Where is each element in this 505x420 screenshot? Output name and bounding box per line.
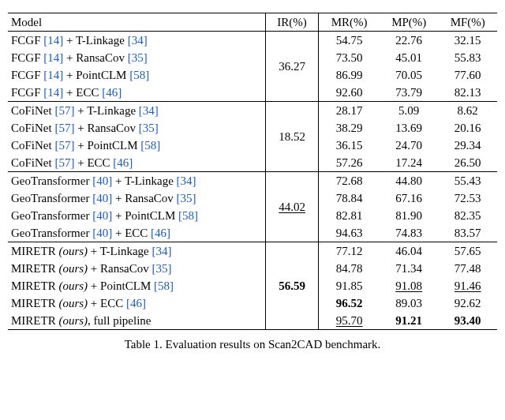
col-mp: MP(%)	[380, 13, 438, 32]
mr-cell: 36.15	[319, 137, 380, 154]
citation: [35]	[128, 51, 148, 64]
mf-cell: 77.48	[438, 260, 497, 277]
mp-cell: 91.08	[380, 277, 438, 294]
mr-cell: 96.52	[319, 294, 380, 312]
citation: [40]	[92, 209, 112, 222]
method-note: (ours)	[58, 245, 88, 257]
citation: [34]	[177, 174, 196, 187]
citation: [35]	[177, 192, 196, 204]
mr-cell: 78.84	[319, 189, 380, 207]
mf-cell: 92.62	[438, 294, 497, 312]
table-row: MIRETR (ours), full pipeline95.7091.2193…	[8, 312, 497, 330]
citation: [57]	[54, 104, 74, 117]
col-ir: IR(%)	[265, 13, 318, 32]
table-row: FCGF [14] + PointCLM [58]86.9970.0577.60	[8, 66, 497, 84]
citation: [46]	[126, 297, 146, 309]
model-cell: MIRETR (ours) + ECC [46]	[8, 294, 265, 312]
citation: [58]	[178, 209, 198, 222]
col-mr: MR(%)	[319, 13, 380, 32]
mr-cell: 77.12	[319, 242, 380, 261]
table-caption: Table 1. Evaluation results on Scan2CAD …	[8, 330, 497, 351]
ir-cell: 44.02	[265, 172, 318, 242]
ir-cell: 18.52	[265, 102, 318, 172]
mp-cell: 46.04	[380, 242, 438, 261]
model-cell: MIRETR (ours) + PointCLM [58]	[8, 277, 265, 294]
mf-cell: 77.60	[438, 66, 497, 84]
model-cell: GeoTransformer [40] + PointCLM [58]	[8, 207, 265, 224]
model-cell: GeoTransformer [40] + ECC [46]	[8, 224, 265, 242]
ir-cell: 36.27	[265, 32, 318, 102]
mp-cell: 67.16	[380, 189, 438, 207]
table-row: CoFiNet [57] + T-Linkage [34]18.5228.175…	[8, 102, 497, 120]
mf-cell: 20.16	[438, 119, 497, 137]
citation: [34]	[152, 245, 171, 257]
mf-cell: 82.13	[438, 84, 497, 102]
citation: [58]	[129, 69, 149, 81]
citation: [35]	[152, 262, 171, 275]
table-row: MIRETR (ours) + ECC [46]96.5289.0392.62	[8, 294, 497, 312]
mr-cell: 92.60	[319, 84, 380, 102]
col-mf: MF(%)	[438, 13, 497, 32]
mf-cell: 55.43	[438, 172, 497, 190]
model-cell: MIRETR (ours), full pipeline	[8, 312, 265, 330]
mf-cell: 8.62	[438, 102, 497, 120]
model-cell: CoFiNet [57] + RansaCov [35]	[8, 119, 265, 137]
table-row: GeoTransformer [40] + T-Linkage [34]44.0…	[8, 172, 497, 190]
table-row: CoFiNet [57] + PointCLM [58]36.1524.7029…	[8, 137, 497, 154]
mp-cell: 5.09	[380, 102, 438, 120]
mr-cell: 73.50	[319, 49, 380, 66]
citation: [14]	[43, 51, 63, 64]
model-cell: CoFiNet [57] + PointCLM [58]	[8, 137, 265, 154]
citation: [14]	[43, 86, 63, 99]
mr-cell: 84.78	[319, 260, 380, 277]
table-row: FCGF [14] + T-Linkage [34]36.2754.7522.7…	[8, 32, 497, 50]
citation: [58]	[140, 139, 160, 152]
mf-cell: 93.40	[438, 312, 497, 330]
mf-cell: 26.50	[438, 154, 497, 172]
mr-cell: 57.26	[319, 154, 380, 172]
table-row: MIRETR (ours) + T-Linkage [34]56.5977.12…	[8, 242, 497, 261]
citation: [35]	[139, 122, 159, 134]
citation: [46]	[151, 227, 170, 239]
model-cell: MIRETR (ours) + T-Linkage [34]	[8, 242, 265, 261]
model-cell: FCGF [14] + ECC [46]	[8, 84, 265, 102]
mr-cell: 38.29	[319, 119, 380, 137]
citation: [14]	[43, 34, 63, 47]
mr-cell: 82.81	[319, 207, 380, 224]
mf-cell: 72.53	[438, 189, 497, 207]
citation: [40]	[92, 192, 112, 204]
mp-cell: 45.01	[380, 49, 438, 66]
mp-cell: 89.03	[380, 294, 438, 312]
mp-cell: 74.83	[380, 224, 438, 242]
results-table: Model IR(%) MR(%) MP(%) MF(%) FCGF [14] …	[8, 13, 497, 351]
mf-cell: 32.15	[438, 32, 497, 50]
mf-cell: 83.57	[438, 224, 497, 242]
citation: [14]	[43, 69, 63, 81]
citation: [34]	[139, 104, 159, 117]
citation: [57]	[54, 122, 74, 134]
model-cell: GeoTransformer [40] + RansaCov [35]	[8, 189, 265, 207]
model-cell: FCGF [14] + T-Linkage [34]	[8, 32, 265, 50]
citation: [40]	[92, 227, 112, 239]
citation: [46]	[113, 156, 133, 169]
model-cell: FCGF [14] + RansaCov [35]	[8, 49, 265, 66]
mf-cell: 82.35	[438, 207, 497, 224]
mf-cell: 57.65	[438, 242, 497, 261]
citation: [57]	[54, 156, 74, 169]
mr-cell: 28.17	[319, 102, 380, 120]
method-note: (ours)	[58, 297, 88, 309]
model-cell: CoFiNet [57] + T-Linkage [34]	[8, 102, 265, 120]
mp-cell: 24.70	[380, 137, 438, 154]
citation: [46]	[102, 86, 122, 99]
mr-cell: 94.63	[319, 224, 380, 242]
table-row: GeoTransformer [40] + PointCLM [58]82.81…	[8, 207, 497, 224]
model-cell: GeoTransformer [40] + T-Linkage [34]	[8, 172, 265, 190]
table-row: FCGF [14] + ECC [46]92.6073.7982.13	[8, 84, 497, 102]
mf-cell: 29.34	[438, 137, 497, 154]
model-cell: MIRETR (ours) + RansaCov [35]	[8, 260, 265, 277]
model-cell: FCGF [14] + PointCLM [58]	[8, 66, 265, 84]
mp-cell: 70.05	[380, 66, 438, 84]
model-cell: CoFiNet [57] + ECC [46]	[8, 154, 265, 172]
mp-cell: 17.24	[380, 154, 438, 172]
method-note: (ours)	[58, 262, 88, 275]
